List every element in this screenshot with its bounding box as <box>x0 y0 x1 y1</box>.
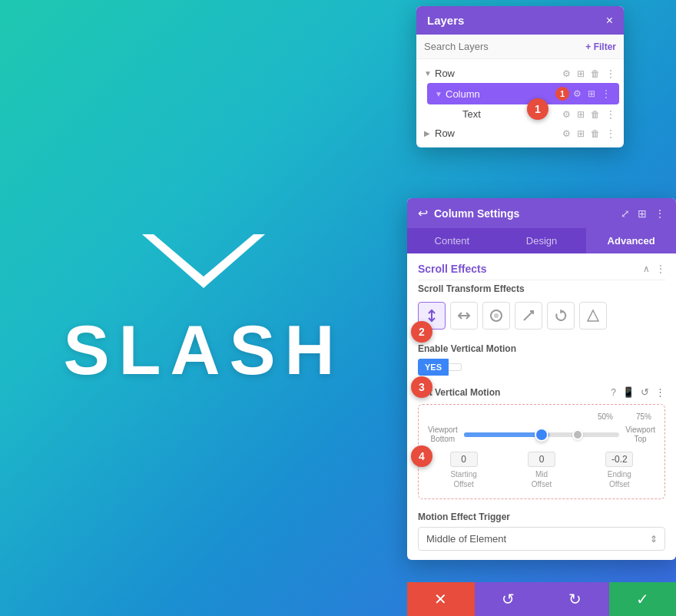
layer-toggle-col1[interactable]: ▼ <box>435 90 446 98</box>
slider-label-75: 75% <box>636 412 651 421</box>
slider-value-ending-label: EndingOffset <box>584 469 655 489</box>
logo-text: SLASH <box>63 311 343 390</box>
transform-icon-skew[interactable] <box>515 302 542 330</box>
tab-content[interactable]: Content <box>407 228 497 253</box>
logo-chevron-icon <box>134 227 273 296</box>
slider-values-row: 0 StartingOffset 0 MidOffset -0.2 Ending… <box>428 452 655 489</box>
transform-icon-blur[interactable] <box>579 302 607 330</box>
svg-line-5 <box>524 311 533 320</box>
slider-value-ending: -0.2 EndingOffset <box>584 452 655 489</box>
layer-row-row2[interactable]: ▶ Row ⚙ ⊞ 🗑 ⋮ <box>416 124 624 143</box>
layer-name-row2: Row <box>435 128 562 139</box>
slider-thumb-primary[interactable] <box>535 428 548 442</box>
settings-tabs: Content Design Advanced <box>407 228 676 253</box>
annotation-badge-1: 1 <box>527 98 548 120</box>
layer-more-icon-col1[interactable]: ⋮ <box>601 88 611 99</box>
layer-settings-icon-text1[interactable]: ⚙ <box>562 109 572 120</box>
slider-value-ending-num: -0.2 <box>605 452 633 467</box>
layer-copy-icon-row2[interactable]: ⊞ <box>576 128 585 139</box>
transform-icon-fade[interactable] <box>482 302 510 330</box>
slider-value-starting: 0 StartingOffset <box>428 452 499 489</box>
section-collapse-button[interactable]: ∧ <box>643 263 650 274</box>
layer-badge-col1: 1 <box>555 87 569 101</box>
annotation-badge-4: 4 <box>411 445 432 467</box>
set-motion-icons: ? 📱 ↺ ⋮ <box>611 386 665 398</box>
transform-effects-row <box>407 302 676 339</box>
tab-advanced[interactable]: Advanced <box>586 228 676 253</box>
slider-side-left-label: Viewport Bottom <box>428 426 458 444</box>
toggle-yes[interactable]: YES <box>418 359 449 376</box>
settings-columns-icon[interactable]: ⊞ <box>638 207 647 220</box>
layer-delete-icon-text1[interactable]: 🗑 <box>590 109 601 120</box>
set-motion-info-icon[interactable]: ? <box>611 387 616 398</box>
set-motion-more-icon[interactable]: ⋮ <box>655 386 665 398</box>
settings-expand-icon[interactable]: ⤢ <box>621 207 630 220</box>
settings-panel: ↩ Column Settings ⤢ ⊞ ⋮ Content Design A… <box>407 198 676 560</box>
layers-close-button[interactable]: × <box>606 15 613 27</box>
motion-trigger-section: Motion Effect Trigger Middle of Element … <box>407 505 676 560</box>
layer-more-icon-row2[interactable]: ⋮ <box>605 128 616 139</box>
layer-row-col1[interactable]: ▼ Column 1 ⚙ ⊞ ⋮ <box>427 83 619 104</box>
redo-button[interactable]: ↻ <box>542 582 609 616</box>
tab-design[interactable]: Design <box>497 228 587 253</box>
layers-search-bar: + Filter <box>416 35 624 59</box>
layer-icons-col1: ⚙ ⊞ ⋮ <box>572 88 611 99</box>
scroll-effects-title: Scroll Effects <box>418 263 486 275</box>
bottom-action-bar: ✕ ↺ ↻ ✓ <box>407 582 676 616</box>
cancel-button[interactable]: ✕ <box>407 582 475 616</box>
settings-back-button[interactable]: ↩ <box>418 206 428 220</box>
layer-delete-icon-row1[interactable]: 🗑 <box>590 68 601 79</box>
layer-copy-icon-text1[interactable]: ⊞ <box>576 109 585 120</box>
logo-area: SLASH <box>0 0 407 616</box>
slider-track[interactable] <box>464 432 620 437</box>
slider-thumb-secondary[interactable] <box>572 429 583 440</box>
annotation-badge-2: 2 <box>411 321 432 343</box>
layers-filter-button[interactable]: + Filter <box>585 41 616 52</box>
slider-value-starting-num: 0 <box>450 452 478 467</box>
layer-settings-icon-row1[interactable]: ⚙ <box>562 68 572 79</box>
save-button[interactable]: ✓ <box>609 582 677 616</box>
transform-icon-horizontal[interactable] <box>450 302 478 330</box>
set-motion-label: Set Vertical Motion <box>418 387 606 398</box>
layers-tree: ▼ Row ⚙ ⊞ 🗑 ⋮ ▼ Column 1 ⚙ ⊞ ⋮ ▼ Text <box>416 59 624 147</box>
layers-title: Layers <box>427 14 464 27</box>
svg-marker-0 <box>142 234 265 288</box>
section-actions: ∧ ⋮ <box>643 263 665 274</box>
layer-settings-icon-col1[interactable]: ⚙ <box>572 88 582 99</box>
svg-point-4 <box>494 313 499 318</box>
slider-value-starting-label: StartingOffset <box>428 469 499 489</box>
layer-copy-icon-row1[interactable]: ⊞ <box>576 68 585 79</box>
annotation-badge-3: 3 <box>411 376 432 398</box>
slider-value-mid-label: MidOffset <box>505 469 577 489</box>
layers-header: Layers × <box>416 6 624 35</box>
layer-more-icon-row1[interactable]: ⋮ <box>605 68 616 79</box>
layer-copy-icon-col1[interactable]: ⊞ <box>587 88 596 99</box>
settings-title: Column Settings <box>434 207 621 220</box>
layer-icons-row2: ⚙ ⊞ 🗑 ⋮ <box>562 128 616 139</box>
section-more-button[interactable]: ⋮ <box>656 263 665 274</box>
set-motion-header: Set Vertical Motion ? 📱 ↺ ⋮ <box>407 380 676 401</box>
slider-value-mid-num: 0 <box>528 452 555 467</box>
set-motion-undo-icon[interactable]: ↺ <box>641 386 649 398</box>
toggle-container[interactable]: YES <box>418 359 665 376</box>
slider-labels-top: 50% 75% <box>428 412 655 421</box>
undo-button[interactable]: ↺ <box>475 582 542 616</box>
layer-name-row1: Row <box>435 68 562 79</box>
slider-area: 50% 75% Viewport Bottom Viewport Top 0 S… <box>418 404 665 499</box>
set-motion-device-icon[interactable]: 📱 <box>622 386 635 398</box>
motion-trigger-select[interactable]: Middle of Element Top of Element Bottom … <box>418 527 665 551</box>
layer-row-row1[interactable]: ▼ Row ⚙ ⊞ 🗑 ⋮ <box>416 64 624 83</box>
layer-toggle-row2[interactable]: ▶ <box>424 129 435 137</box>
layers-search-input[interactable] <box>424 41 579 52</box>
toggle-no[interactable] <box>449 363 462 371</box>
transform-icon-rotate[interactable] <box>547 302 575 330</box>
layer-settings-icon-row2[interactable]: ⚙ <box>562 128 572 139</box>
layer-toggle-row1[interactable]: ▼ <box>424 69 435 78</box>
layer-delete-icon-row2[interactable]: 🗑 <box>590 128 601 139</box>
enable-vertical-motion-field: Enable Vertical Motion YES <box>407 339 676 380</box>
layer-icons-row1: ⚙ ⊞ 🗑 ⋮ <box>562 68 616 79</box>
layer-more-icon-text1[interactable]: ⋮ <box>605 109 616 120</box>
scroll-effects-header: Scroll Effects ∧ ⋮ <box>407 253 676 280</box>
motion-trigger-label: Motion Effect Trigger <box>418 512 665 522</box>
settings-more-icon[interactable]: ⋮ <box>654 207 665 220</box>
